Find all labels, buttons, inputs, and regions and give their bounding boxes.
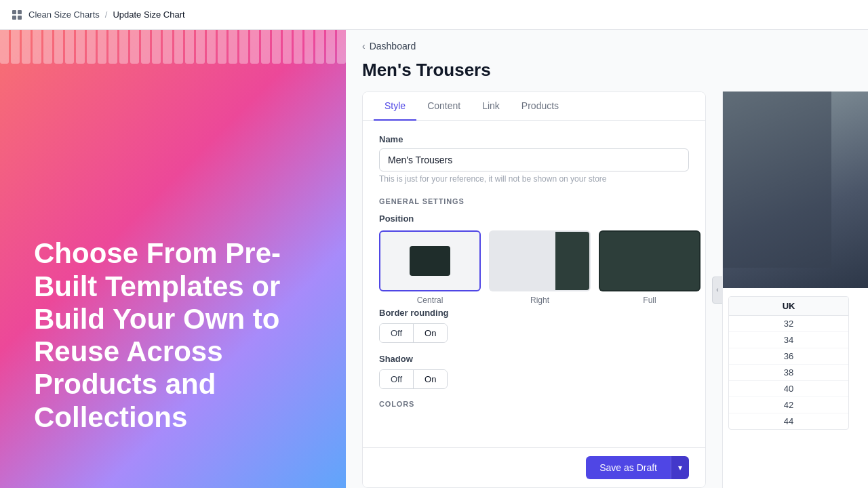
svg-rect-3 xyxy=(18,16,22,20)
shadow-off[interactable]: Off xyxy=(380,370,414,388)
tab-style[interactable]: Style xyxy=(374,92,416,121)
preview-table-header: UK xyxy=(729,297,848,316)
collapse-button[interactable]: ‹ xyxy=(712,277,723,304)
tab-products[interactable]: Products xyxy=(511,92,570,121)
general-settings-title: GENERAL SETTINGS xyxy=(379,197,689,205)
right-panel-inner: Style Content Link Products Name This is… xyxy=(346,92,868,488)
preview-table-row-40: 40 xyxy=(729,381,848,397)
save-dropdown-button[interactable]: ▾ xyxy=(671,456,689,479)
border-rounding-on[interactable]: On xyxy=(414,324,447,342)
left-panel: Choose From Pre-Built Templates or Build… xyxy=(0,30,346,488)
position-full[interactable]: Full xyxy=(599,230,701,305)
tab-content[interactable]: Content xyxy=(416,92,471,121)
breadcrumb-app[interactable]: Clean Size Charts xyxy=(28,9,100,20)
preview-table-row-42: 42 xyxy=(729,397,848,413)
border-rounding-toggle: Off On xyxy=(379,323,448,343)
page-title: Men's Trousers xyxy=(346,57,868,92)
position-central-label: Central xyxy=(417,296,443,305)
form-wrapper: Style Content Link Products Name This is… xyxy=(346,92,722,488)
svg-rect-1 xyxy=(18,10,22,14)
position-full-box[interactable] xyxy=(599,230,701,291)
back-label[interactable]: Dashboard xyxy=(370,41,416,52)
preview-photo xyxy=(723,92,868,288)
name-input[interactable] xyxy=(379,148,689,171)
form-card: Style Content Link Products Name This is… xyxy=(362,92,706,488)
preview-image xyxy=(723,92,868,288)
colors-title: COLORS xyxy=(379,400,689,408)
preview-table-row-32: 32 xyxy=(729,316,848,332)
panel-stripes xyxy=(0,30,346,64)
chevron-down-icon: ▾ xyxy=(678,463,682,472)
border-rounding-label: Border rounding xyxy=(379,308,689,318)
position-full-indicator xyxy=(600,232,699,290)
border-rounding-row: Border rounding Off On xyxy=(379,308,689,343)
position-label: Position xyxy=(379,214,689,224)
position-right-label: Right xyxy=(530,296,549,305)
top-bar: Clean Size Charts / Update Size Chart xyxy=(0,0,868,30)
name-hint: This is just for your reference, it will… xyxy=(379,174,689,184)
save-draft-button[interactable]: Save as Draft xyxy=(586,456,671,479)
svg-rect-2 xyxy=(12,16,16,20)
left-panel-headline: Choose From Pre-Built Templates or Build… xyxy=(34,237,326,434)
breadcrumb-current: Update Size Chart xyxy=(113,9,184,20)
app-icon xyxy=(11,9,23,21)
back-arrow: ‹ xyxy=(362,41,366,52)
form-body: Name This is just for your reference, it… xyxy=(363,121,705,447)
position-options: Central Right xyxy=(379,230,689,305)
position-right[interactable]: Right xyxy=(489,230,591,305)
tab-link[interactable]: Link xyxy=(471,92,511,121)
preview-table-container: UK 32 34 36 38 40 42 44 xyxy=(723,288,868,438)
position-central-box[interactable] xyxy=(379,230,481,291)
main-area: Choose From Pre-Built Templates or Build… xyxy=(0,30,868,488)
position-central-indicator xyxy=(410,246,450,276)
border-rounding-off[interactable]: Off xyxy=(380,324,414,342)
dashboard-nav[interactable]: ‹ Dashboard xyxy=(346,30,868,57)
svg-rect-4 xyxy=(723,92,831,268)
position-right-indicator xyxy=(555,230,589,291)
position-central[interactable]: Central xyxy=(379,230,481,305)
shadow-toggle: Off On xyxy=(379,369,448,389)
action-bar: Save as Draft ▾ xyxy=(363,447,705,487)
tabs-bar: Style Content Link Products xyxy=(363,92,705,121)
breadcrumb-separator: / xyxy=(105,9,108,20)
preview-panel: UK 32 34 36 38 40 42 44 xyxy=(722,92,868,488)
name-label: Name xyxy=(379,134,689,144)
position-full-label: Full xyxy=(643,296,656,305)
svg-rect-0 xyxy=(12,10,16,14)
preview-table-row-44: 44 xyxy=(729,413,848,429)
right-panel: ‹ Dashboard Men's Trousers Style Content… xyxy=(346,30,868,488)
preview-table-row-38: 38 xyxy=(729,365,848,381)
preview-table-row-34: 34 xyxy=(729,332,848,348)
shadow-row: Shadow Off On xyxy=(379,354,689,389)
position-right-box[interactable] xyxy=(489,230,591,291)
preview-size-table: UK 32 34 36 38 40 42 44 xyxy=(728,296,849,430)
shadow-on[interactable]: On xyxy=(414,370,447,388)
save-btn-group: Save as Draft ▾ xyxy=(586,456,689,479)
shadow-label: Shadow xyxy=(379,354,689,364)
preview-table-row-36: 36 xyxy=(729,348,848,365)
